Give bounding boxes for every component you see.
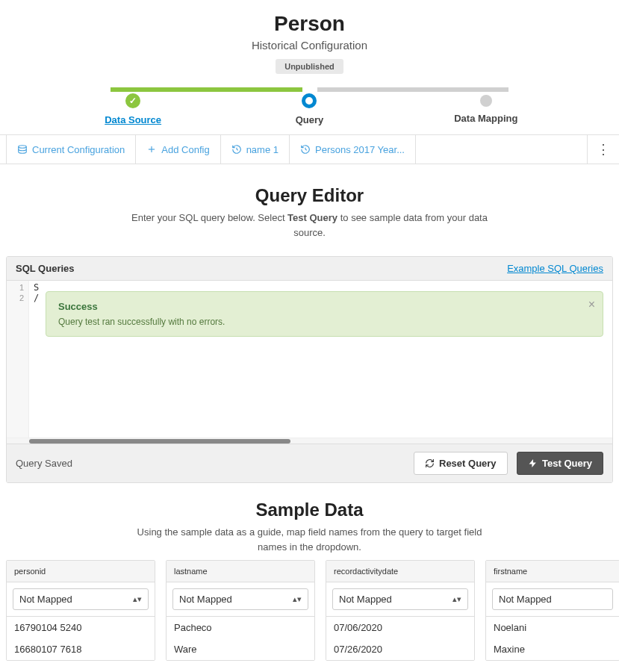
test-query-button[interactable]: Test Query: [517, 452, 603, 475]
example-sql-link[interactable]: Example SQL Queries: [507, 263, 603, 274]
scrollbar-thumb[interactable]: [29, 439, 290, 444]
table-cell: 07/26/2020: [326, 638, 474, 660]
column-personid: personid Not Mapped ▴▾ 16790104 5240 166…: [6, 560, 155, 661]
step-label-data-mapping: Data Mapping: [398, 113, 574, 124]
column-lastname: lastname Not Mapped ▴▾ Pacheco Ware: [166, 560, 315, 661]
mapping-select[interactable]: Not Mapped: [492, 588, 613, 610]
svg-line-6: [305, 149, 307, 150]
stepper-line-done: [111, 87, 302, 92]
column-firstname: firstname Not Mapped Noelani Maxine: [485, 560, 619, 661]
query-editor-desc: Enter your SQL query below. Select Test …: [123, 211, 497, 240]
sort-icon: ▴▾: [133, 595, 142, 603]
sample-data-title: Sample Data: [0, 500, 619, 520]
table-cell: Noelani: [486, 617, 619, 638]
mapping-select[interactable]: Not Mapped ▴▾: [13, 588, 149, 610]
stepper-line-pending: [317, 87, 508, 92]
table-cell: 16680107 7618: [7, 638, 155, 660]
sort-icon: ▴▾: [293, 595, 302, 603]
circle-pending-icon: [480, 95, 492, 107]
tab-label: Persons 2017 Year...: [315, 144, 405, 155]
layers-icon: [17, 144, 28, 155]
alert-title: Success: [58, 301, 579, 312]
reset-query-button[interactable]: Reset Query: [414, 452, 508, 475]
close-icon[interactable]: ×: [588, 298, 595, 311]
page-title: Person: [0, 12, 619, 36]
history-icon: [231, 144, 242, 155]
sql-editor[interactable]: 1 2 S / Success Query test ran successfu…: [7, 281, 612, 438]
mapping-select[interactable]: Not Mapped ▴▾: [172, 588, 308, 610]
query-status: Query Saved: [16, 458, 72, 469]
alert-message: Query test ran successfully with no erro…: [58, 317, 579, 327]
tab-label: Add Config: [161, 144, 209, 155]
tab-add-config[interactable]: Add Config: [135, 135, 220, 164]
tab-label: Current Configuration: [32, 144, 125, 155]
sql-queries-panel: SQL Queries Example SQL Queries 1 2 S / …: [6, 256, 613, 483]
check-icon: [125, 93, 140, 108]
plus-icon: [146, 144, 157, 155]
column-header: firstname: [486, 561, 619, 582]
sort-icon: ▴▾: [452, 595, 461, 603]
step-label-query: Query: [221, 114, 397, 125]
more-menu-button[interactable]: ⋮: [587, 135, 619, 164]
column-header: personid: [7, 561, 155, 582]
sample-columns: personid Not Mapped ▴▾ 16790104 5240 166…: [0, 560, 619, 667]
column-header: lastname: [167, 561, 314, 582]
line-gutter: 1 2: [7, 281, 29, 438]
bolt-icon: [528, 458, 538, 468]
svg-point-0: [19, 146, 27, 149]
mapping-select[interactable]: Not Mapped ▴▾: [332, 588, 468, 610]
table-cell: Ware: [167, 638, 314, 660]
sample-data-desc: Using the sample data as a guide, map fi…: [123, 525, 497, 554]
tab-persons-2017[interactable]: Persons 2017 Year...: [289, 135, 416, 164]
tab-name-1[interactable]: name 1: [220, 135, 290, 164]
more-vertical-icon: ⋮: [597, 141, 610, 158]
tab-current-configuration[interactable]: Current Configuration: [6, 135, 136, 164]
circle-active-icon: [302, 93, 317, 108]
step-label-data-source[interactable]: Data Source: [45, 114, 221, 125]
tab-label: name 1: [246, 144, 279, 155]
step-data-mapping[interactable]: Data Mapping: [398, 93, 574, 124]
panel-title: SQL Queries: [16, 263, 75, 274]
horizontal-scrollbar[interactable]: [7, 438, 612, 444]
success-alert: Success Query test ran successfully with…: [46, 291, 603, 337]
table-cell: Pacheco: [167, 617, 314, 638]
table-cell: Maxine: [486, 638, 619, 660]
table-cell: 16790104 5240: [7, 617, 155, 638]
refresh-icon: [425, 458, 435, 468]
column-header: recordactivitydate: [326, 561, 474, 582]
status-badge: Unpublished: [276, 59, 343, 74]
step-query: Query: [221, 93, 397, 125]
history-icon: [300, 144, 311, 155]
page-subtitle: Historical Configuration: [0, 39, 619, 52]
column-recordactivitydate: recordactivitydate Not Mapped ▴▾ 07/06/2…: [326, 560, 475, 661]
query-editor-title: Query Editor: [0, 185, 619, 206]
step-data-source[interactable]: Data Source: [45, 93, 221, 125]
svg-line-4: [237, 149, 238, 150]
table-cell: 07/06/2020: [326, 617, 474, 638]
